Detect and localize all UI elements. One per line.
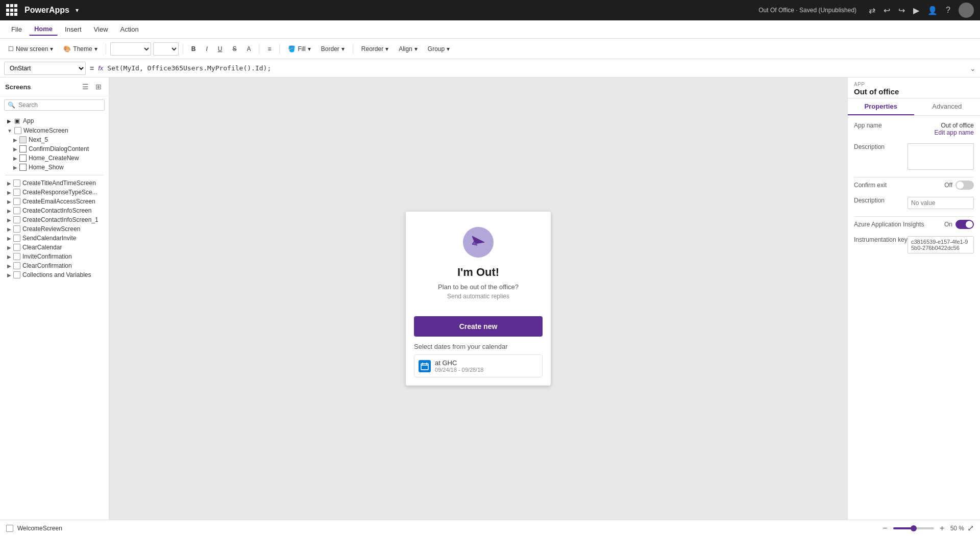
formula-expand-icon[interactable]: ⌄ — [970, 64, 976, 72]
fill-button[interactable]: 🪣 Fill ▾ — [284, 43, 314, 55]
search-input[interactable] — [18, 101, 101, 109]
waffle-icon[interactable] — [6, 4, 18, 16]
co-edit-icon[interactable]: ⇄ — [869, 6, 875, 15]
tab-properties[interactable]: Properties — [848, 98, 914, 115]
preview-title: I'm Out! — [416, 266, 541, 279]
avatar[interactable] — [959, 3, 974, 18]
sidebar-app-label: App — [23, 117, 34, 124]
sidebar-item-inviteconfirmation[interactable]: ▶ InviteConfirmation — [5, 252, 104, 261]
app-preview: I'm Out! Plan to be out of the office? S… — [406, 212, 551, 386]
item-name: ClearConfirmation — [22, 262, 72, 269]
redo-icon[interactable]: ↪ — [898, 6, 905, 15]
sidebar-item-createcontact1[interactable]: ▶ CreateContactInfoScreen_1 — [5, 215, 104, 224]
formula-input[interactable] — [107, 62, 966, 75]
grid-view-icon[interactable]: ⊞ — [93, 82, 104, 92]
zoom-out-button[interactable]: − — [880, 523, 890, 533]
item-name: ClearCalendar — [22, 244, 62, 251]
formula-selector[interactable]: OnStart — [4, 62, 86, 75]
fit-to-window-icon[interactable]: ⤢ — [967, 523, 974, 533]
help-icon[interactable]: ? — [946, 6, 950, 15]
sidebar-item-app[interactable]: ▶ ▣ App — [5, 116, 104, 126]
instrumentation-key-row: Instrumentation key c3816539-e157-4fe1-9… — [854, 236, 974, 253]
item-name: Collections and Variables — [22, 271, 91, 278]
sidebar-item-homecreatenew[interactable]: ▶ Home_CreateNew — [5, 154, 104, 163]
toolbar-sep-3 — [259, 44, 259, 54]
app-name-label: App name — [854, 122, 905, 129]
item-caret: ▶ — [7, 217, 11, 223]
sidebar-item-createreview[interactable]: ▶ CreateReviewScreen — [5, 224, 104, 234]
screen-icon — [13, 262, 20, 269]
top-bar-actions: ⇄ ↩ ↪ ▶ 👤 ? — [869, 3, 974, 18]
sidebar-item-createemail[interactable]: ▶ CreateEmailAccessScreen — [5, 197, 104, 206]
font-family-dropdown[interactable] — [110, 42, 151, 56]
menu-insert[interactable]: Insert — [60, 23, 87, 35]
border-button[interactable]: Border ▾ — [317, 43, 349, 55]
confirm-exit-off-label: Off — [944, 182, 952, 189]
sidebar-item-sendcalendar[interactable]: ▶ SendCalendarInvite — [5, 234, 104, 243]
sidebar-item-clearcalendar[interactable]: ▶ ClearCalendar — [5, 243, 104, 252]
zoom-slider[interactable] — [893, 527, 934, 529]
reorder-button[interactable]: Reorder ▾ — [357, 43, 393, 55]
screen-icon — [13, 235, 20, 242]
font-color-button[interactable]: A — [242, 43, 255, 55]
sidebar-item-next5[interactable]: ▶ Next_5 — [5, 135, 104, 144]
edit-app-name-link[interactable]: Edit app name — [935, 129, 974, 136]
preview-sub2: Send automatic replies — [416, 293, 541, 300]
confirm-exit-toggle[interactable] — [955, 181, 974, 190]
group-button[interactable]: Group ▾ — [424, 43, 454, 55]
sidebar-item-createresponsetype[interactable]: ▶ CreateResponseTypeSce... — [5, 188, 104, 197]
preview-top-section: I'm Out! Plan to be out of the office? S… — [406, 212, 551, 310]
undo-icon[interactable]: ↩ — [884, 6, 890, 15]
user-icon[interactable]: 👤 — [927, 6, 938, 15]
status-bar: WelcomeScreen − + 50 % ⤢ — [0, 520, 980, 536]
new-screen-button[interactable]: ☐ New screen ▾ — [4, 43, 57, 55]
menu-home[interactable]: Home — [29, 23, 58, 36]
align-layout-button[interactable]: Align ▾ — [395, 43, 422, 55]
theme-caret: ▾ — [94, 45, 97, 53]
theme-button[interactable]: 🎨 Theme ▾ — [59, 43, 101, 55]
save-status: Out Of Office · Saved (Unpublished) — [758, 7, 856, 14]
play-icon[interactable]: ▶ — [913, 6, 919, 15]
create-new-button[interactable]: Create new — [414, 316, 543, 337]
tab-advanced[interactable]: Advanced — [914, 98, 981, 115]
calendar-icon-svg — [421, 362, 429, 370]
search-box: 🔍 — [4, 99, 105, 111]
fill-label: Fill — [298, 45, 305, 53]
calendar-item[interactable]: at GHC 09/24/18 - 09/28/18 — [414, 354, 543, 377]
app-icon: ▣ — [14, 117, 20, 124]
sidebar-item-collections[interactable]: ▶ Collections and Variables — [5, 270, 104, 279]
formula-fx-button[interactable]: fx — [98, 64, 103, 72]
ctrl-icon — [19, 136, 27, 143]
menu-view[interactable]: View — [89, 23, 113, 35]
underline-button[interactable]: U — [214, 43, 227, 55]
instrumentation-key-value[interactable]: c3816539-e157-4fe1-95b0-276b0422dc56 — [908, 236, 974, 253]
sidebar-item-welcomescreen[interactable]: ▼ WelcomeScreen — [5, 126, 104, 135]
align-button[interactable]: ≡ — [263, 43, 275, 55]
description2-input[interactable] — [908, 197, 974, 209]
app-name-value: Out of office — [941, 122, 974, 129]
sidebar-item-confirmdialog[interactable]: ▶ ConfirmDialogContent — [5, 144, 104, 154]
description-input[interactable] — [908, 143, 974, 170]
zoom-in-button[interactable]: + — [937, 523, 947, 533]
sidebar-item-createtitle[interactable]: ▶ CreateTitleAndTimeScreen — [5, 178, 104, 188]
calendar-icon — [419, 360, 431, 372]
azure-insights-toggle[interactable] — [955, 220, 974, 229]
formula-equals-sign: = — [90, 64, 94, 72]
app-caret-icon[interactable]: ▾ — [76, 7, 79, 14]
status-screen-icon — [6, 525, 13, 532]
sidebar-item-createcontact[interactable]: ▶ CreateContactInfoScreen — [5, 206, 104, 215]
strikethrough-button[interactable]: S — [228, 43, 240, 55]
item-name: SendCalendarInvite — [22, 235, 76, 242]
bold-button[interactable]: B — [187, 43, 200, 55]
sidebar-item-homeshow[interactable]: ▶ Home_Show — [5, 163, 104, 172]
menu-file[interactable]: File — [6, 23, 27, 35]
italic-button[interactable]: I — [202, 43, 211, 55]
calendar-item-date: 09/24/18 - 09/28/18 — [435, 367, 483, 373]
font-size-dropdown[interactable] — [153, 42, 179, 56]
list-view-icon[interactable]: ☰ — [80, 82, 90, 92]
azure-insights-on-label: On — [944, 221, 952, 228]
sidebar-item-clearconfirmation[interactable]: ▶ ClearConfirmation — [5, 261, 104, 270]
screen-icon — [13, 189, 20, 196]
border-caret: ▾ — [341, 45, 345, 53]
menu-action[interactable]: Action — [115, 23, 144, 35]
